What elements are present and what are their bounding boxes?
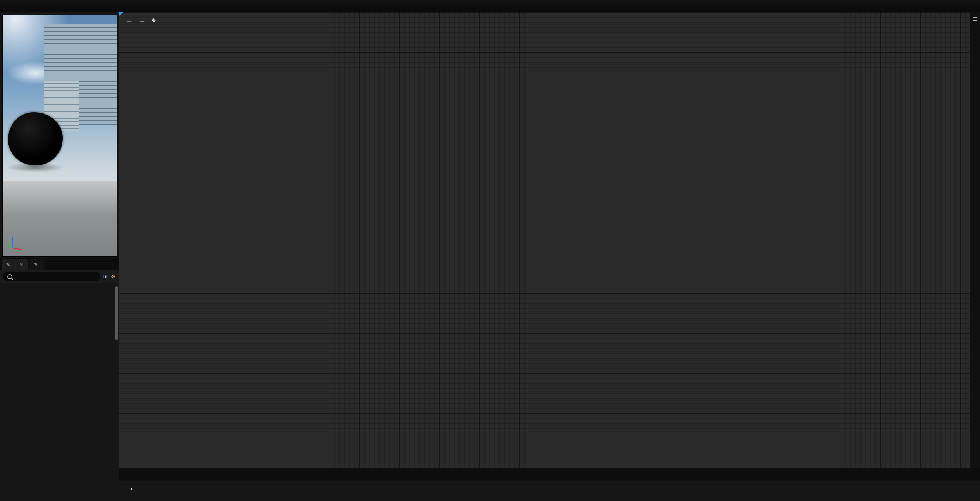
pencil-icon: ✎ (6, 262, 10, 267)
details-search-row: ⊞ ⚙ (0, 270, 119, 283)
tab-details[interactable]: ✎ ✕ (2, 259, 28, 270)
details-panel: ✎ ✕ ✎ ⊞ ⚙ (0, 258, 119, 501)
breadcrumb: ← → ❖ (126, 16, 172, 25)
settings-gear-icon[interactable]: ⚙ (111, 273, 116, 280)
material-graph-canvas[interactable]: ← → ❖ ☰ (119, 12, 980, 501)
unreal-material-editor: ✎ ✕ ✎ ⊞ ⚙ (0, 0, 980, 501)
display-options-icon[interactable]: ⊞ (103, 273, 108, 280)
stats-message-row: ● (119, 481, 980, 491)
search-icon (7, 274, 12, 279)
stats-bottom-panel: ● (119, 468, 980, 501)
preview-mesh-sphere (8, 112, 63, 165)
back-arrow-icon[interactable]: ← (126, 16, 133, 25)
details-tab-bar: ✎ ✕ ✎ (0, 258, 119, 270)
search-input[interactable] (3, 272, 100, 281)
tab-parameters[interactable]: ✎ (29, 259, 45, 270)
axis-gizmo-icon (7, 231, 24, 251)
stats-tab-bar (119, 468, 980, 481)
viewport-3d-preview[interactable] (2, 15, 117, 257)
list-icon: ☰ (973, 16, 978, 22)
toolbar (0, 0, 980, 12)
graph-icon: ❖ (151, 17, 156, 24)
node-layer (119, 12, 980, 501)
forward-arrow-icon[interactable]: → (138, 16, 146, 25)
close-icon[interactable]: ✕ (19, 262, 23, 267)
left-panel: ✎ ✕ ✎ ⊞ ⚙ (0, 12, 119, 501)
details-scrollbar[interactable] (115, 286, 118, 340)
bullet-icon: ● (130, 487, 133, 491)
pencil-icon: ✎ (34, 262, 38, 267)
graph-corner-marker (119, 12, 123, 17)
palette-side-tab[interactable]: ☰ (970, 12, 980, 468)
